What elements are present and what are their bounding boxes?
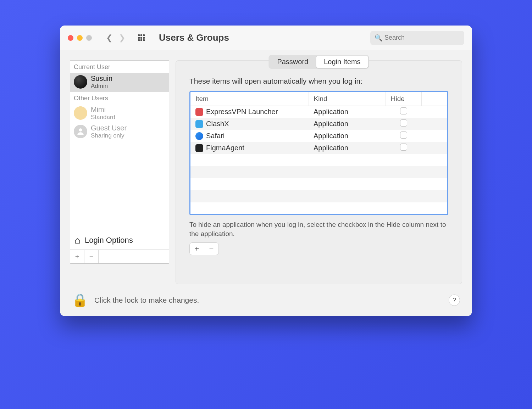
window-title: Users & Groups — [159, 32, 229, 43]
table-row[interactable]: ClashX Application — [190, 118, 447, 130]
hint-text: To hide an application when you log in, … — [189, 220, 448, 238]
hide-checkbox[interactable] — [400, 131, 407, 139]
add-item-button[interactable]: + — [190, 243, 204, 255]
maximize-button[interactable] — [86, 35, 92, 41]
user-name: Mimi — [91, 106, 115, 114]
traffic-lights — [68, 35, 92, 41]
login-items-table-wrap: Item Kind Hide ExpressVPN Launcher Appli… — [189, 91, 448, 215]
user-info: Susuin Admin — [91, 74, 112, 90]
nav-arrows: ❮ ❯ — [106, 33, 125, 43]
login-items-body: ExpressVPN Launcher Application ClashX A… — [190, 106, 447, 214]
item-name: ExpressVPN Launcher — [206, 108, 278, 116]
hide-checkbox[interactable] — [400, 107, 407, 114]
col-kind[interactable]: Kind — [309, 92, 386, 106]
item-name: Safari — [206, 132, 225, 140]
login-items-table: Item Kind Hide ExpressVPN Launcher Appli… — [190, 92, 447, 214]
table-row[interactable]: FigmaAgent Application — [190, 142, 447, 154]
table-row[interactable]: Safari Application — [190, 130, 447, 142]
user-name: Guest User — [91, 124, 127, 132]
tab-control: Password Login Items — [268, 55, 369, 69]
sidebar-footer: + − — [70, 250, 169, 263]
user-info: Guest User Sharing only — [91, 124, 127, 139]
login-options-button[interactable]: ⌂ Login Options — [70, 231, 169, 250]
col-spacer — [422, 92, 447, 106]
remove-user-button[interactable]: − — [84, 250, 99, 263]
hide-checkbox[interactable] — [400, 144, 407, 151]
footer: 🔒 Click the lock to make changes. ? — [60, 284, 472, 316]
sidebar-spacer — [70, 141, 169, 231]
avatar — [74, 75, 87, 89]
app-icon — [195, 120, 203, 128]
svg-point-0 — [79, 129, 82, 132]
sidebar-footer-spacer — [99, 250, 169, 263]
item-kind: Application — [309, 130, 386, 142]
col-item[interactable]: Item — [190, 92, 309, 106]
user-row-current[interactable]: Susuin Admin — [70, 73, 169, 92]
search-icon: 🔍 — [375, 34, 382, 42]
table-row[interactable]: ExpressVPN Launcher Application — [190, 106, 447, 118]
add-remove-buttons: + − — [189, 242, 219, 255]
forward-button[interactable]: ❯ — [119, 33, 125, 43]
search-input[interactable] — [370, 31, 464, 45]
house-icon: ⌂ — [74, 235, 81, 246]
user-name: Susuin — [91, 74, 112, 83]
main-panel: Password Login Items These items will op… — [176, 60, 462, 284]
avatar — [74, 106, 87, 120]
user-row-other[interactable]: Mimi Standard — [70, 104, 169, 123]
prefs-window: ❮ ❯ Users & Groups 🔍 Current User Susuin… — [60, 26, 472, 316]
minimize-button[interactable] — [77, 35, 83, 41]
user-info: Mimi Standard — [91, 106, 115, 121]
item-kind: Application — [309, 106, 386, 118]
other-users-label: Other Users — [70, 92, 169, 104]
back-button[interactable]: ❮ — [106, 33, 112, 43]
users-sidebar: Current User Susuin Admin Other Users Mi… — [70, 60, 169, 264]
tab-login-items[interactable]: Login Items — [316, 56, 368, 68]
app-icon — [195, 132, 203, 140]
lock-icon[interactable]: 🔒 — [72, 293, 88, 308]
remove-item-button[interactable]: − — [204, 243, 218, 255]
close-button[interactable] — [68, 35, 73, 41]
add-user-button[interactable]: + — [70, 250, 84, 263]
titlebar: ❮ ❯ Users & Groups 🔍 — [60, 26, 472, 50]
search-wrap: 🔍 — [370, 31, 464, 45]
item-name: FigmaAgent — [206, 144, 244, 152]
item-kind: Application — [309, 118, 386, 130]
help-button[interactable]: ? — [449, 295, 460, 306]
app-icon — [195, 108, 203, 116]
show-all-icon[interactable] — [138, 34, 145, 41]
hide-checkbox[interactable] — [400, 119, 407, 127]
avatar — [74, 125, 87, 138]
user-row-guest[interactable]: Guest User Sharing only — [70, 123, 169, 141]
tab-password[interactable]: Password — [269, 56, 316, 68]
current-user-label: Current User — [70, 61, 169, 73]
login-options-label: Login Options — [85, 236, 133, 245]
col-hide[interactable]: Hide — [386, 92, 421, 106]
body: Current User Susuin Admin Other Users Mi… — [60, 50, 472, 284]
lock-text: Click the lock to make changes. — [94, 296, 199, 304]
user-role: Sharing only — [91, 132, 127, 139]
item-kind: Application — [309, 142, 386, 154]
user-role: Admin — [91, 83, 112, 90]
item-name: ClashX — [206, 120, 229, 128]
app-icon — [195, 144, 203, 152]
user-role: Standard — [91, 114, 115, 121]
